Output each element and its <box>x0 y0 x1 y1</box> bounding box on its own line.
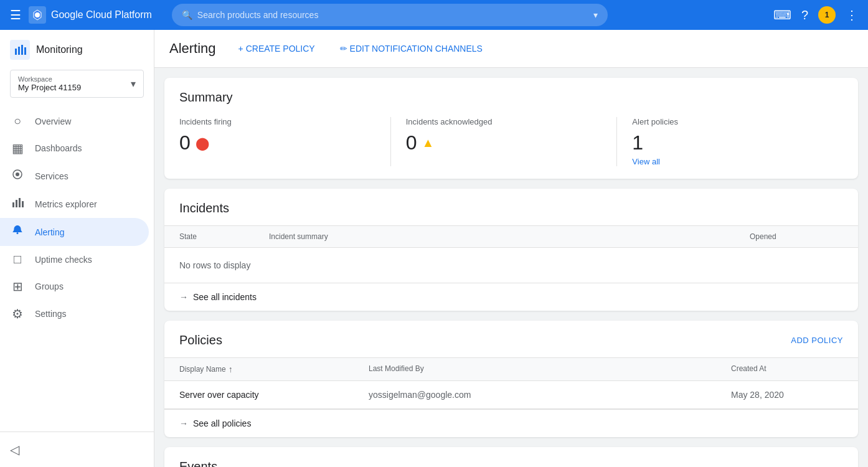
nav-label-uptime-checks: Uptime checks <box>35 255 92 265</box>
svg-rect-8 <box>12 202 14 207</box>
topbar-logo[interactable]: Google Cloud Platform <box>29 6 152 24</box>
overview-icon: ○ <box>10 114 25 128</box>
monitoring-logo-icon <box>14 44 26 56</box>
menu-icon[interactable]: ☰ <box>10 7 21 22</box>
policies-col-display-name: Display Name ↑ <box>179 364 354 374</box>
nav-label-metrics-explorer: Metrics explorer <box>35 199 97 209</box>
incidents-acknowledged-label: Incidents acknowledged <box>406 117 602 126</box>
policies-col-name-label: Display Name <box>179 365 226 374</box>
svg-rect-3 <box>18 47 20 55</box>
svg-point-1 <box>35 12 40 17</box>
search-bar[interactable]: 🔍 ▾ <box>172 4 608 26</box>
incidents-title: Incidents <box>179 201 843 215</box>
summary-title: Summary <box>179 90 843 105</box>
policies-title: Policies <box>179 333 222 347</box>
svg-rect-12 <box>17 232 19 234</box>
policies-table-header: Display Name ↑ Last Modified By Created … <box>164 357 858 381</box>
incidents-acknowledged-number: 0 <box>406 131 417 154</box>
incidents-firing-status-icon: ⬤ <box>196 136 209 151</box>
dashboards-icon: ▦ <box>10 141 25 156</box>
incidents-col-opened: Opened <box>750 232 843 241</box>
workspace-selector[interactable]: Workspace My Project 41159 ▾ <box>10 70 144 98</box>
see-all-incidents-button[interactable]: → See all incidents <box>164 283 858 311</box>
user-avatar[interactable]: 1 <box>818 6 836 24</box>
metrics-icon <box>10 196 25 212</box>
nav-label-services: Services <box>35 171 68 181</box>
table-row[interactable]: Server over capacity yossigelman@google.… <box>164 381 858 409</box>
search-icon: 🔍 <box>182 10 192 20</box>
sidebar-item-alerting[interactable]: Alerting <box>0 218 149 246</box>
sidebar-item-groups[interactable]: ⊞ Groups <box>0 273 149 300</box>
search-input[interactable] <box>197 10 588 20</box>
policy-modified-cell: yossigelman@google.com <box>369 390 716 400</box>
sidebar-item-dashboards[interactable]: ▦ Dashboards <box>0 134 149 162</box>
page-title: Alerting <box>169 40 216 57</box>
groups-icon: ⊞ <box>10 279 25 294</box>
summary-incidents-firing: Incidents firing 0 ⬤ <box>179 117 391 166</box>
more-options-icon[interactable]: ⋮ <box>846 7 858 22</box>
svg-rect-10 <box>19 198 21 207</box>
svg-point-7 <box>16 172 19 176</box>
edit-notification-channels-button[interactable]: ✏ EDIT NOTIFICATION CHANNELS <box>333 39 490 59</box>
see-all-policies-button[interactable]: → See all policies <box>164 409 858 437</box>
sidebar-nav: ○ Overview ▦ Dashboards Services <box>0 108 154 432</box>
page-header: Alerting + CREATE POLICY ✏ EDIT NOTIFICA… <box>154 30 868 68</box>
see-all-incidents-label: See all incidents <box>193 292 257 302</box>
main-content: Alerting + CREATE POLICY ✏ EDIT NOTIFICA… <box>154 30 868 467</box>
nav-label-alerting: Alerting <box>35 227 64 237</box>
sidebar-item-uptime-checks[interactable]: □ Uptime checks <box>0 246 149 273</box>
summary-incidents-acknowledged: Incidents acknowledged 0 ▲ <box>406 117 618 166</box>
workspace-label: Workspace <box>18 75 81 83</box>
alert-policies-value: 1 <box>632 131 828 154</box>
collapse-icon: ◁ <box>10 442 19 457</box>
summary-alert-policies: Alert policies 1 View all <box>632 117 843 166</box>
incidents-col-state: State <box>179 232 254 241</box>
incidents-col-summary: Incident summary <box>269 232 735 241</box>
incidents-firing-label: Incidents firing <box>179 117 375 126</box>
services-icon <box>10 168 25 184</box>
view-all-link[interactable]: View all <box>632 157 660 166</box>
policy-name-cell: Server over capacity <box>179 390 354 400</box>
monitoring-icon <box>10 40 30 60</box>
workspace-value: My Project 41159 <box>18 83 81 92</box>
sidebar-title: Monitoring <box>36 44 83 55</box>
policy-created-cell: May 28, 2020 <box>731 390 843 400</box>
svg-rect-9 <box>16 200 17 207</box>
incidents-firing-number: 0 <box>179 131 191 154</box>
nav-label-settings: Settings <box>35 309 67 319</box>
events-card: Events April 14, 2020 Show debug <box>164 447 858 467</box>
policies-col-created-at: Created At <box>731 364 843 374</box>
nav-label-overview: Overview <box>35 116 71 126</box>
nav-label-dashboards: Dashboards <box>35 143 82 153</box>
svg-rect-4 <box>21 45 23 55</box>
policies-col-last-modified: Last Modified By <box>369 364 716 374</box>
incidents-acknowledged-status-icon: ▲ <box>422 136 434 150</box>
cloud-shell-icon[interactable]: ⌨ <box>773 7 791 22</box>
add-policy-button[interactable]: ADD POLICY <box>791 336 843 345</box>
incidents-table-header: State Incident summary Opened <box>164 225 858 248</box>
incidents-card: Incidents State Incident summary Opened … <box>164 189 858 311</box>
sidebar-header: Monitoring <box>0 30 154 65</box>
alerting-svg-icon <box>11 224 24 237</box>
svg-rect-2 <box>15 49 17 55</box>
summary-card-content: Summary Incidents firing 0 ⬤ Incidents a… <box>164 78 858 179</box>
search-dropdown-icon[interactable]: ▾ <box>593 10 598 20</box>
sort-arrow-icon: ↑ <box>229 364 233 374</box>
alert-policies-label: Alert policies <box>632 117 828 126</box>
summary-card: Summary Incidents firing 0 ⬤ Incidents a… <box>164 78 858 179</box>
incidents-firing-value: 0 ⬤ <box>179 131 375 154</box>
gcp-logo-icon <box>29 6 46 24</box>
header-actions: + CREATE POLICY ✏ EDIT NOTIFICATION CHAN… <box>231 39 490 59</box>
help-icon[interactable]: ? <box>801 8 808 22</box>
create-policy-button[interactable]: + CREATE POLICY <box>231 39 323 59</box>
incidents-acknowledged-value: 0 ▲ <box>406 131 602 154</box>
nav-label-groups: Groups <box>35 281 64 291</box>
events-card-content: Events April 14, 2020 Show debug <box>164 447 858 467</box>
sidebar-item-services[interactable]: Services <box>0 162 149 190</box>
topbar-actions: ⌨ ? 1 ⋮ <box>773 6 858 24</box>
sidebar-item-metrics-explorer[interactable]: Metrics explorer <box>0 190 149 218</box>
sidebar-item-overview[interactable]: ○ Overview <box>0 108 149 134</box>
sidebar-item-settings[interactable]: ⚙ Settings <box>0 300 149 328</box>
svg-rect-11 <box>22 201 24 207</box>
sidebar-collapse-button[interactable]: ◁ <box>10 437 144 462</box>
